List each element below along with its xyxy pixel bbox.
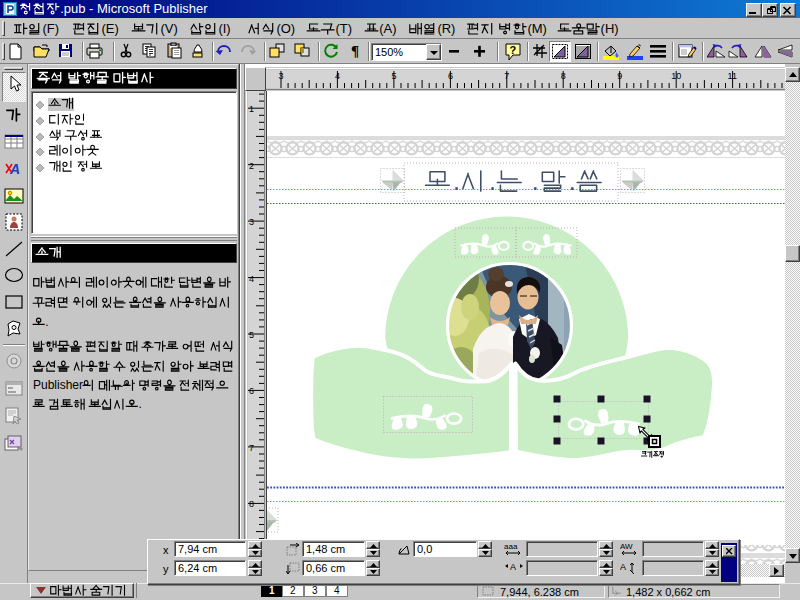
svg-text:.: . xyxy=(489,167,496,195)
svg-text:8: 8 xyxy=(249,499,254,509)
svg-text:(V): (V) xyxy=(160,21,177,36)
svg-text:.: . xyxy=(45,315,48,329)
svg-text:11: 11 xyxy=(728,71,737,81)
svg-text:(I): (I) xyxy=(218,21,230,36)
svg-text:.: . xyxy=(453,167,460,195)
svg-text:1: 1 xyxy=(249,104,254,114)
svg-text:8: 8 xyxy=(561,71,566,81)
svg-text:aaa: aaa xyxy=(504,542,518,551)
svg-text:(R): (R) xyxy=(437,21,455,36)
svg-text:6: 6 xyxy=(448,71,453,81)
svg-text:(H): (H) xyxy=(601,21,619,36)
svg-text:4: 4 xyxy=(335,71,340,81)
svg-text:3: 3 xyxy=(279,71,284,81)
svg-text:2: 2 xyxy=(249,161,254,171)
svg-text:A: A xyxy=(620,562,626,572)
svg-text:?: ? xyxy=(510,44,517,56)
svg-text:.: . xyxy=(569,167,576,195)
svg-text:(F): (F) xyxy=(42,21,59,36)
svg-text:¶: ¶ xyxy=(351,43,359,59)
svg-text:Publisher: Publisher xyxy=(33,378,83,392)
svg-text:7: 7 xyxy=(249,443,254,453)
svg-text:.: . xyxy=(139,397,142,411)
svg-text:4: 4 xyxy=(249,274,254,284)
svg-text:5: 5 xyxy=(249,330,254,340)
svg-text:.pub - Microsoft Publisher: .pub - Microsoft Publisher xyxy=(60,1,208,16)
svg-text:3: 3 xyxy=(249,217,254,227)
svg-text:AW: AW xyxy=(620,542,633,551)
svg-text:(M): (M) xyxy=(527,21,547,36)
svg-text:(E): (E) xyxy=(101,21,118,36)
svg-text:(A): (A) xyxy=(379,21,396,36)
svg-text:.: . xyxy=(525,167,539,195)
svg-text:(T): (T) xyxy=(335,21,352,36)
svg-text:A: A xyxy=(9,161,20,177)
svg-text:9: 9 xyxy=(617,71,622,81)
svg-text:7: 7 xyxy=(504,71,509,81)
svg-text:6: 6 xyxy=(249,386,254,396)
svg-text:A: A xyxy=(510,562,516,572)
svg-text:5: 5 xyxy=(391,71,396,81)
svg-text:(O): (O) xyxy=(276,21,295,36)
svg-text:10: 10 xyxy=(671,71,681,81)
